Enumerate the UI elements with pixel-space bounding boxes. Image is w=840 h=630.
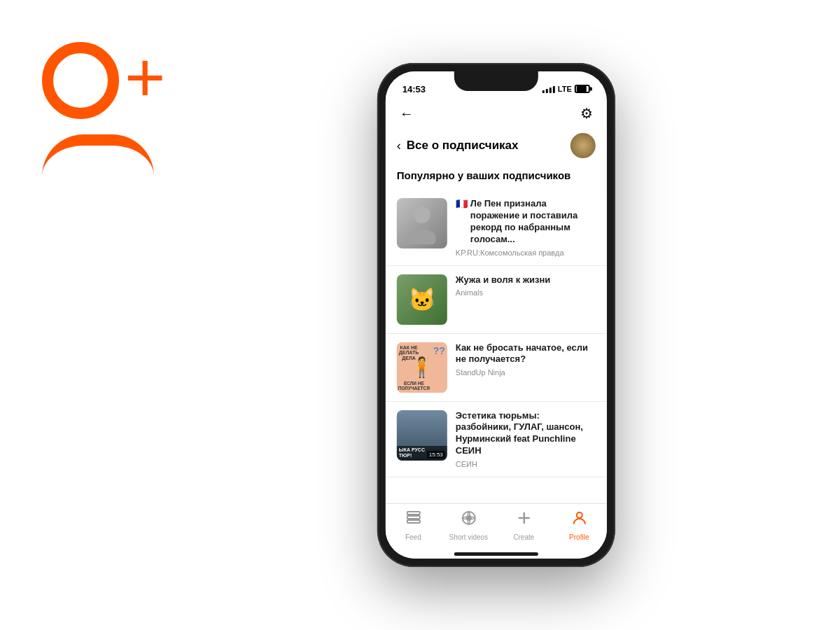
- feed-title: Ле Пен признала поражение и поставила ре…: [470, 198, 596, 246]
- background-logo: +: [42, 42, 165, 176]
- svg-point-9: [576, 512, 582, 518]
- feed-text: Эстетика тюрьмы: разбойники, ГУЛАГ, шанс…: [456, 410, 596, 469]
- nav-item-short-videos[interactable]: Short videos: [447, 510, 489, 541]
- feed-thumbnail: 🐱: [397, 274, 447, 325]
- bottom-nav: Feed: [386, 503, 607, 552]
- flag-icon: 🇫🇷: [456, 198, 468, 209]
- feed-title: Жужа и воля к жизни: [456, 274, 596, 286]
- settings-button[interactable]: ⚙: [580, 105, 593, 122]
- feed-title: Эстетика тюрьмы: разбойники, ГУЛАГ, шанс…: [456, 410, 596, 458]
- thumbnail-image: КАК НЕДЕЛАТЬДЕЛА ?? 🧍 ЕСЛИ НЕПОЛУЧАЕТСЯ: [397, 342, 447, 393]
- duration-badge: 15:53: [427, 451, 445, 458]
- inner-nav: ‹ Все о подписчиках: [386, 127, 607, 167]
- question-marks: ??: [433, 345, 445, 356]
- battery-fill: [577, 86, 587, 92]
- feed-source: СЕИН: [456, 460, 596, 468]
- status-time: 14:53: [402, 84, 426, 94]
- top-nav: ← ⚙: [386, 99, 607, 127]
- feed-source: StandUp Ninja: [456, 368, 596, 377]
- inner-nav-left: ‹ Все о подписчиках: [397, 139, 519, 153]
- feed-thumbnail: [397, 198, 447, 248]
- feed-source: Animals: [456, 288, 596, 297]
- nav-item-feed[interactable]: Feed: [392, 510, 434, 541]
- content-area: ‹ Все о подписчиках Популярно у ваших по…: [386, 127, 607, 559]
- feed-item[interactable]: 🇫🇷 Ле Пен признала поражение и поставила…: [386, 190, 607, 266]
- svg-rect-4: [407, 520, 419, 523]
- svg-rect-2: [407, 512, 419, 514]
- feed-flag-title: 🇫🇷 Ле Пен признала поражение и поставила…: [456, 198, 596, 246]
- nav-item-create[interactable]: Create: [503, 510, 545, 541]
- nav-item-profile[interactable]: Profile: [558, 510, 600, 541]
- create-icon: [515, 510, 532, 531]
- feed-text: Как не бросать начатое, если не получает…: [456, 342, 596, 377]
- feed-item[interactable]: 🐱 Жужа и воля к жизни Animals: [386, 266, 607, 334]
- svg-rect-3: [407, 516, 419, 519]
- feed-text: 🇫🇷 Ле Пен признала поражение и поставила…: [456, 198, 596, 257]
- profile-icon: [570, 510, 587, 531]
- feed-title: Как не бросать начатое, если не получает…: [456, 342, 596, 366]
- phone-notch: [454, 71, 538, 91]
- home-indicator: [454, 552, 538, 556]
- signal-bar-3: [550, 88, 552, 93]
- nav-label-short-videos: Short videos: [449, 533, 489, 541]
- short-videos-icon: [460, 510, 477, 531]
- section-header: Популярно у ваших подписчиков: [386, 167, 607, 190]
- signal-bar-4: [553, 86, 555, 93]
- feed-thumbnail: ЫКА РУССТЮР! 15:53: [397, 410, 447, 461]
- logo-plus: +: [125, 42, 165, 112]
- feed-item[interactable]: ЫКА РУССТЮР! 15:53 Эстетика тюрьмы: разб…: [386, 402, 607, 478]
- logo-circle: [42, 42, 119, 119]
- avatar[interactable]: [570, 133, 596, 158]
- feed-item[interactable]: КАК НЕДЕЛАТЬДЕЛА ?? 🧍 ЕСЛИ НЕПОЛУЧАЕТСЯ …: [386, 334, 607, 402]
- back-button[interactable]: ←: [400, 106, 414, 122]
- signal-bar-1: [542, 90, 545, 93]
- svg-point-1: [408, 229, 436, 244]
- feed-source: KP.RU:Комсомольская правда: [456, 248, 596, 257]
- bottom-text: ЕСЛИ НЕПОЛУЧАЕТСЯ: [398, 381, 430, 391]
- logo-arc: [42, 134, 154, 176]
- feed-thumbnail: КАК НЕДЕЛАТЬДЕЛА ?? 🧍 ЕСЛИ НЕПОЛУЧАЕТСЯ: [397, 342, 447, 393]
- inner-back-button[interactable]: ‹: [397, 139, 401, 153]
- signal-bars: [542, 85, 555, 93]
- status-icons: LTE: [542, 85, 590, 93]
- lte-label: LTE: [558, 85, 572, 93]
- feed-icon: [405, 510, 421, 531]
- standup-text: КАК НЕДЕЛАТЬДЕЛА: [399, 345, 419, 361]
- phone-wrapper: 14:53 LTE ← ⚙: [377, 63, 615, 567]
- nav-label-feed: Feed: [405, 533, 421, 541]
- svg-point-0: [414, 206, 430, 223]
- battery-icon: [575, 85, 590, 93]
- inner-title: Все о подписчиках: [407, 139, 519, 153]
- nav-label-create: Create: [513, 533, 534, 541]
- phone-screen: 14:53 LTE ← ⚙: [386, 71, 607, 559]
- signal-bar-2: [546, 89, 548, 93]
- phone-device: 14:53 LTE ← ⚙: [377, 63, 615, 567]
- logo-top: +: [42, 42, 165, 119]
- thumbnail-image: 🐱: [397, 274, 447, 325]
- feed-list: 🇫🇷 Ле Пен признала поражение и поставила…: [386, 190, 607, 503]
- nav-label-profile: Profile: [569, 533, 589, 541]
- thumbnail-image: [397, 198, 447, 248]
- feed-text: Жужа и воля к жизни Animals: [456, 274, 596, 298]
